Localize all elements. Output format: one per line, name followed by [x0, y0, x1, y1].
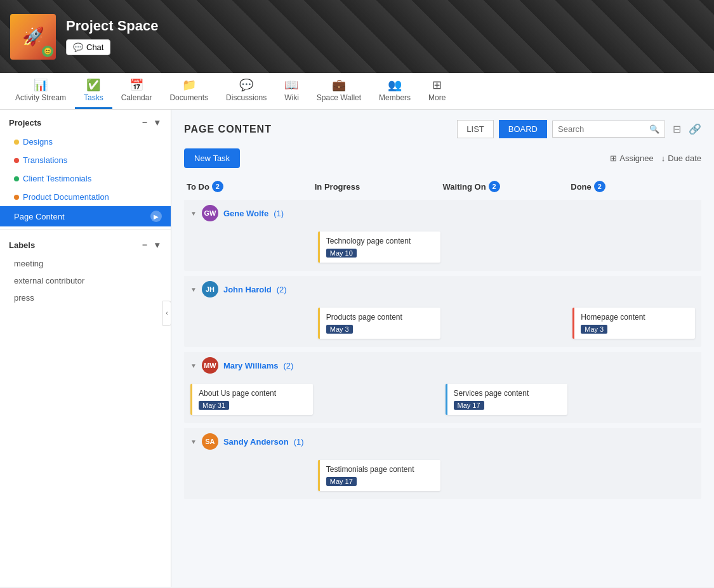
- main-layout: Projects − ▾ Designs Translations Client…: [0, 110, 714, 587]
- tab-calendar-label: Calendar: [121, 93, 152, 102]
- column-in-progress: In Progress: [315, 178, 443, 195]
- column-todo: To Do 2: [187, 178, 315, 195]
- new-task-button[interactable]: New Task: [184, 148, 240, 168]
- page-header: PAGE CONTENT LIST BOARD 🔍 ⊟ 🔗: [184, 120, 701, 138]
- cell-john-todo: [190, 308, 313, 339]
- sidebar-item-product-docs[interactable]: Product Documentation: [0, 188, 171, 206]
- task-title-homepage: Homepage content: [581, 313, 689, 322]
- sidebar-item-product-docs-label: Product Documentation: [23, 192, 109, 202]
- task-date-technology: May 10: [326, 249, 357, 258]
- members-icon: 👥: [388, 78, 402, 92]
- labels-minus-btn[interactable]: −: [140, 238, 150, 251]
- tab-wiki-label: Wiki: [284, 93, 299, 102]
- link-icon[interactable]: 🔗: [689, 123, 701, 135]
- tab-wallet-label: Space Wallet: [317, 93, 361, 102]
- assignee-header-mary-williams[interactable]: ▼ MW Mary Williams (2): [184, 352, 701, 379]
- board-row-john-harold: Products page content May 3 Homepage con…: [184, 303, 701, 347]
- projects-expand-btn[interactable]: ▾: [152, 116, 162, 129]
- tab-documents-label: Documents: [169, 93, 208, 102]
- assignee-header-sandy-anderson[interactable]: ▼ SA Sandy Anderson (1): [184, 428, 701, 455]
- labels-expand-btn[interactable]: ▾: [152, 238, 162, 251]
- sidebar-item-page-content[interactable]: Page Content ▶: [0, 206, 171, 226]
- label-press[interactable]: press: [0, 289, 171, 306]
- avatar-sandy-anderson: SA: [202, 433, 218, 450]
- documents-icon: 📁: [182, 78, 196, 92]
- assignee-header-gene-wolfe[interactable]: ▼ GW Gene Wolfe (1): [184, 200, 701, 226]
- tab-space-wallet[interactable]: 💼 Space Wallet: [308, 73, 370, 109]
- discussions-icon: 💬: [239, 78, 253, 92]
- mary-williams-count: (2): [284, 361, 294, 370]
- sort-controls: ⊞ Assignee ↓ Due date: [610, 154, 701, 163]
- tab-more-label: More: [428, 93, 446, 102]
- chevron-john-harold: ▼: [190, 286, 197, 293]
- tab-calendar[interactable]: 📅 Calendar: [112, 73, 161, 109]
- column-done: Done 2: [571, 178, 699, 195]
- header-banner: 🚀 😊 Project Space 💬 Chat: [0, 0, 714, 73]
- task-card-technology[interactable]: Technology page content May 10: [318, 232, 440, 263]
- translations-dot: [14, 158, 19, 163]
- nav-tabs-bar: 📊 Activity Stream ✅ Tasks 📅 Calendar 📁 D…: [0, 73, 714, 110]
- sidebar-divider: [0, 229, 171, 230]
- col-todo-label: To Do: [187, 182, 209, 192]
- task-title-technology: Technology page content: [326, 237, 434, 245]
- sidebar: Projects − ▾ Designs Translations Client…: [0, 110, 171, 587]
- tab-discussions[interactable]: 💬 Discussions: [217, 73, 275, 109]
- tab-activity-stream[interactable]: 📊 Activity Stream: [6, 73, 75, 109]
- gene-wolfe-count: (1): [274, 209, 284, 218]
- search-icon[interactable]: 🔍: [649, 124, 659, 134]
- label-external-text: external contributor: [14, 276, 84, 285]
- label-external[interactable]: external contributor: [0, 272, 171, 289]
- sort-assignee[interactable]: ⊞ Assignee: [610, 154, 653, 163]
- label-press-text: press: [14, 293, 34, 303]
- search-input[interactable]: [558, 124, 647, 134]
- chat-button[interactable]: 💬 Chat: [66, 39, 110, 55]
- header-title-area: Project Space 💬 Chat: [66, 18, 159, 55]
- sidebar-item-designs[interactable]: Designs: [0, 133, 171, 151]
- sort-duedate-icon: ↓: [661, 154, 666, 163]
- task-date-homepage: May 3: [581, 325, 607, 334]
- filter-icon[interactable]: ⊟: [673, 123, 681, 135]
- task-card-testimonials[interactable]: Testimonials page content May 17: [318, 460, 440, 491]
- tab-tasks-label: Tasks: [84, 93, 103, 102]
- board-view-btn[interactable]: BOARD: [499, 120, 547, 138]
- search-box: 🔍: [552, 121, 665, 138]
- projects-section-header: Projects − ▾: [0, 110, 171, 133]
- sidebar-item-page-content-label: Page Content: [14, 212, 65, 221]
- view-controls: LIST BOARD 🔍 ⊟ 🔗: [457, 120, 701, 138]
- task-card-products[interactable]: Products page content May 3: [318, 308, 440, 339]
- board-row-sandy-anderson: Testimonials page content May 17: [184, 455, 701, 499]
- tab-wiki[interactable]: 📖 Wiki: [275, 73, 308, 109]
- task-card-services[interactable]: Services page content May 17: [446, 384, 568, 415]
- tasks-icon: ✅: [86, 78, 100, 92]
- cell-gene-waiting: [446, 232, 568, 263]
- label-meeting[interactable]: meeting: [0, 255, 171, 272]
- projects-minus-btn[interactable]: −: [140, 116, 150, 129]
- cell-gene-done: [572, 232, 695, 263]
- activity-icon: 📊: [34, 78, 48, 92]
- task-card-aboutus[interactable]: About Us page content May 31: [190, 384, 313, 415]
- sort-due-date[interactable]: ↓ Due date: [661, 154, 701, 163]
- cell-sandy-waiting: [446, 460, 568, 492]
- assignee-group-gene-wolfe: ▼ GW Gene Wolfe (1) Technology page cont…: [184, 200, 701, 271]
- assignee-header-john-harold[interactable]: ▼ JH John Harold (2): [184, 276, 701, 303]
- sidebar-item-testimonials[interactable]: Client Testimonials: [0, 169, 171, 188]
- assignee-group-john-harold: ▼ JH John Harold (2) Products page conte…: [184, 276, 701, 347]
- sort-duedate-label: Due date: [668, 154, 701, 163]
- cell-mary-done: [572, 384, 695, 415]
- list-view-btn[interactable]: LIST: [457, 120, 493, 138]
- tab-more[interactable]: ⊞ More: [420, 73, 454, 109]
- chevron-sandy-anderson: ▼: [190, 438, 197, 445]
- john-harold-count: (2): [277, 285, 287, 294]
- task-card-homepage[interactable]: Homepage content May 3: [572, 308, 695, 339]
- sidebar-collapse-btn[interactable]: ‹: [162, 301, 171, 326]
- task-date-services: May 17: [454, 401, 484, 410]
- task-date-products: May 3: [326, 325, 353, 334]
- label-meeting-text: meeting: [14, 259, 43, 268]
- tab-members[interactable]: 👥 Members: [370, 73, 420, 109]
- cell-mary-waiting: Services page content May 17: [446, 384, 568, 415]
- tab-tasks[interactable]: ✅ Tasks: [75, 73, 112, 109]
- tab-documents[interactable]: 📁 Documents: [161, 73, 217, 109]
- task-title-products: Products page content: [326, 313, 434, 322]
- sidebar-item-translations[interactable]: Translations: [0, 151, 171, 169]
- wallet-icon: 💼: [332, 78, 346, 92]
